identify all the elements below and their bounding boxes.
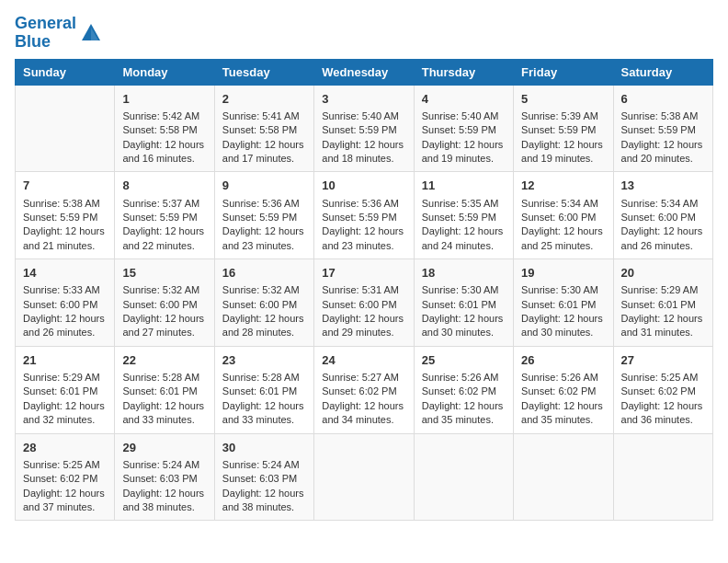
cell-info-line: Sunset: 5:59 PM bbox=[422, 211, 506, 224]
cell-info-line: Sunset: 5:58 PM bbox=[222, 123, 306, 137]
week-row-1: 1Sunrise: 5:42 AMSunset: 5:58 PMDaylight… bbox=[16, 85, 713, 172]
header-cell-wednesday: Wednesday bbox=[314, 59, 414, 85]
cell-info-line: Sunrise: 5:29 AM bbox=[621, 283, 705, 297]
header-cell-monday: Monday bbox=[115, 59, 214, 85]
cell-info-line: and 19 minutes. bbox=[521, 152, 605, 166]
cell-info-line: Sunrise: 5:42 AM bbox=[122, 109, 206, 123]
calendar-cell bbox=[613, 433, 712, 521]
cell-info-line: Sunset: 6:02 PM bbox=[23, 472, 107, 486]
cell-info-line: and 20 minutes. bbox=[621, 152, 705, 166]
day-number: 4 bbox=[422, 91, 506, 108]
calendar-cell: 8Sunrise: 5:37 AMSunset: 5:59 PMDaylight… bbox=[115, 172, 214, 259]
cell-info-line: Daylight: 12 hours bbox=[322, 399, 405, 413]
cell-info-line: Sunset: 6:03 PM bbox=[122, 472, 206, 486]
cell-info-line: Sunrise: 5:30 AM bbox=[521, 283, 605, 297]
cell-info-line: Sunrise: 5:29 AM bbox=[23, 371, 107, 385]
header-cell-tuesday: Tuesday bbox=[214, 59, 313, 85]
day-number: 18 bbox=[422, 265, 506, 282]
cell-info-line: Daylight: 12 hours bbox=[621, 399, 705, 413]
week-row-4: 21Sunrise: 5:29 AMSunset: 6:01 PMDayligh… bbox=[16, 346, 713, 433]
calendar-cell: 29Sunrise: 5:24 AMSunset: 6:03 PMDayligh… bbox=[115, 433, 214, 521]
calendar-cell: 14Sunrise: 5:33 AMSunset: 6:00 PMDayligh… bbox=[16, 259, 115, 347]
day-number: 19 bbox=[521, 265, 605, 282]
cell-info-line: and 23 minutes. bbox=[222, 239, 306, 253]
week-row-3: 14Sunrise: 5:33 AMSunset: 6:00 PMDayligh… bbox=[16, 259, 713, 347]
day-number: 16 bbox=[222, 265, 306, 282]
day-number: 29 bbox=[122, 440, 206, 456]
cell-info-line: and 19 minutes. bbox=[422, 152, 506, 166]
day-number: 5 bbox=[521, 91, 605, 108]
cell-info-line: Sunrise: 5:39 AM bbox=[521, 109, 605, 123]
cell-info-line: Daylight: 12 hours bbox=[122, 399, 206, 413]
cell-info-line: Sunrise: 5:38 AM bbox=[23, 197, 107, 211]
cell-info-line: Daylight: 12 hours bbox=[322, 312, 405, 326]
calendar-cell: 17Sunrise: 5:31 AMSunset: 6:00 PMDayligh… bbox=[314, 259, 414, 347]
calendar-cell: 6Sunrise: 5:38 AMSunset: 5:59 PMDaylight… bbox=[613, 85, 712, 172]
calendar-cell: 9Sunrise: 5:36 AMSunset: 5:59 PMDaylight… bbox=[214, 172, 313, 259]
cell-info-line: and 37 minutes. bbox=[23, 500, 107, 514]
cell-info-line: Sunset: 6:03 PM bbox=[222, 472, 306, 486]
calendar-cell: 15Sunrise: 5:32 AMSunset: 6:00 PMDayligh… bbox=[115, 259, 214, 347]
cell-info-line: Daylight: 12 hours bbox=[23, 487, 107, 500]
cell-info-line: Sunrise: 5:32 AM bbox=[222, 283, 306, 297]
calendar-cell: 21Sunrise: 5:29 AMSunset: 6:01 PMDayligh… bbox=[16, 346, 115, 433]
calendar-cell: 19Sunrise: 5:30 AMSunset: 6:01 PMDayligh… bbox=[514, 259, 613, 347]
calendar-cell: 28Sunrise: 5:25 AMSunset: 6:02 PMDayligh… bbox=[16, 433, 115, 521]
day-number: 14 bbox=[23, 265, 107, 282]
cell-info-line: Sunrise: 5:36 AM bbox=[222, 197, 306, 211]
cell-info-line: Sunset: 5:58 PM bbox=[122, 123, 206, 137]
calendar-cell: 16Sunrise: 5:32 AMSunset: 6:00 PMDayligh… bbox=[214, 259, 313, 347]
cell-info-line: Daylight: 12 hours bbox=[322, 224, 405, 238]
cell-info-line: Sunrise: 5:28 AM bbox=[222, 371, 306, 385]
cell-info-line: and 30 minutes. bbox=[422, 326, 506, 339]
calendar-cell: 1Sunrise: 5:42 AMSunset: 5:58 PMDaylight… bbox=[115, 85, 214, 172]
cell-info-line: and 35 minutes. bbox=[521, 413, 605, 427]
calendar-cell: 24Sunrise: 5:27 AMSunset: 6:02 PMDayligh… bbox=[314, 346, 414, 433]
page-header: General Blue bbox=[15, 15, 713, 52]
cell-info-line: Sunset: 6:01 PM bbox=[222, 385, 306, 398]
cell-info-line: and 17 minutes. bbox=[222, 152, 306, 166]
day-number: 20 bbox=[621, 265, 705, 282]
cell-info-line: Daylight: 12 hours bbox=[122, 487, 206, 500]
cell-info-line: Sunset: 5:59 PM bbox=[222, 211, 306, 224]
logo-general: General bbox=[15, 14, 76, 32]
week-row-5: 28Sunrise: 5:25 AMSunset: 6:02 PMDayligh… bbox=[16, 433, 713, 521]
day-number: 26 bbox=[521, 352, 605, 369]
cell-info-line: and 38 minutes. bbox=[222, 500, 306, 514]
day-number: 24 bbox=[322, 352, 405, 369]
cell-info-line: Daylight: 12 hours bbox=[23, 399, 107, 413]
calendar-cell: 4Sunrise: 5:40 AMSunset: 5:59 PMDaylight… bbox=[414, 85, 513, 172]
cell-info-line: Sunset: 6:02 PM bbox=[422, 385, 506, 398]
calendar-cell: 2Sunrise: 5:41 AMSunset: 5:58 PMDaylight… bbox=[214, 85, 313, 172]
cell-info-line: Sunset: 5:59 PM bbox=[521, 123, 605, 137]
cell-info-line: Sunrise: 5:33 AM bbox=[23, 283, 107, 297]
header-cell-saturday: Saturday bbox=[613, 59, 712, 85]
cell-info-line: and 38 minutes. bbox=[122, 500, 206, 514]
calendar-cell bbox=[16, 85, 115, 172]
day-number: 11 bbox=[422, 178, 506, 194]
day-number: 25 bbox=[422, 352, 506, 369]
cell-info-line: and 21 minutes. bbox=[23, 239, 107, 253]
cell-info-line: Daylight: 12 hours bbox=[621, 312, 705, 326]
day-number: 30 bbox=[222, 440, 306, 456]
cell-info-line: Sunrise: 5:24 AM bbox=[122, 458, 206, 472]
cell-info-line: Sunset: 6:00 PM bbox=[521, 211, 605, 224]
day-number: 12 bbox=[521, 178, 605, 194]
cell-info-line: and 28 minutes. bbox=[222, 326, 306, 339]
cell-info-line: and 35 minutes. bbox=[422, 413, 506, 427]
cell-info-line: Sunrise: 5:37 AM bbox=[122, 197, 206, 211]
cell-info-line: Daylight: 12 hours bbox=[122, 224, 206, 238]
cell-info-line: Daylight: 12 hours bbox=[621, 224, 705, 238]
cell-info-line: and 18 minutes. bbox=[322, 152, 405, 166]
cell-info-line: Sunrise: 5:28 AM bbox=[122, 371, 206, 385]
calendar-cell: 26Sunrise: 5:26 AMSunset: 6:02 PMDayligh… bbox=[514, 346, 613, 433]
cell-info-line: Sunrise: 5:35 AM bbox=[422, 197, 506, 211]
cell-info-line: Sunrise: 5:26 AM bbox=[521, 371, 605, 385]
day-number: 22 bbox=[122, 352, 206, 369]
cell-info-line: Sunset: 6:00 PM bbox=[23, 298, 107, 312]
cell-info-line: Sunrise: 5:31 AM bbox=[322, 283, 405, 297]
day-number: 13 bbox=[621, 178, 705, 194]
cell-info-line: and 33 minutes. bbox=[222, 413, 306, 427]
day-number: 9 bbox=[222, 178, 306, 194]
cell-info-line: Sunrise: 5:26 AM bbox=[422, 371, 506, 385]
